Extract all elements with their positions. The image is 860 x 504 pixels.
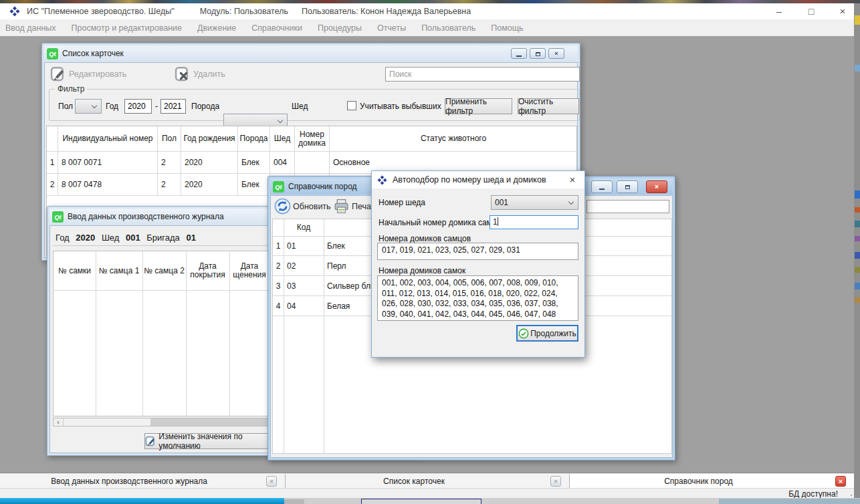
statusbar: БД доступна! — [0, 488, 854, 498]
menu-help[interactable]: Помощь — [486, 23, 528, 33]
female-houses-box[interactable]: 001, 002, 003, 004, 005, 006, 007, 008, … — [377, 275, 578, 321]
tab-close-icon[interactable]: × — [550, 476, 561, 487]
menubar: Ввод данных Просмотр и редактирование Дв… — [0, 19, 854, 36]
journal-brigade-label: Бригада — [146, 233, 180, 243]
card-list-minimize-button[interactable] — [511, 48, 527, 59]
start-house-input[interactable]: 1 — [490, 215, 578, 229]
scrollbar-thumb[interactable] — [64, 418, 150, 426]
male-houses-label: Номера домиков самцов — [379, 234, 471, 243]
menu-data-entry[interactable]: Ввод данных — [0, 23, 62, 33]
col-header-status[interactable]: Статус животного — [330, 126, 577, 151]
qt-icon: Qt — [47, 48, 58, 59]
card-list-title: Список карточек — [62, 49, 124, 58]
filter-groupbox: Фильтр Пол Год - Порода Шед Учитывать вы… — [49, 89, 580, 121]
chevron-down-icon — [92, 103, 97, 108]
col-header-breed[interactable]: Порода — [238, 126, 270, 151]
col-header-male2[interactable]: № самца 2 — [142, 251, 186, 290]
refresh-button[interactable]: Обновить — [293, 202, 331, 211]
printer-icon — [333, 198, 350, 215]
menu-directories[interactable]: Справочники — [246, 23, 308, 33]
clear-filter-button[interactable]: Очистить фильтр — [518, 98, 579, 114]
app-close-button[interactable]: × — [833, 3, 853, 19]
breeds-close-button[interactable]: × — [646, 180, 667, 193]
filter-legend: Фильтр — [55, 84, 87, 94]
male-houses-box[interactable]: 017, 019, 021, 023, 025, 027, 029, 031 — [377, 243, 578, 260]
db-status-text: БД доступна! — [788, 489, 838, 499]
card-list-restore-button[interactable] — [530, 48, 546, 59]
sex-combo[interactable] — [75, 99, 102, 114]
dialog-body: Номер шеда 001 Начальный номер домика са… — [372, 188, 584, 357]
journal-year-label: Год — [56, 233, 70, 243]
year-from-input[interactable] — [124, 99, 152, 114]
journal-shed-label: Шед — [102, 233, 119, 243]
col-header-male1[interactable]: № самца 1 — [96, 251, 142, 290]
resize-grip[interactable] — [851, 495, 852, 496]
menu-movement[interactable]: Движение — [192, 23, 241, 33]
app-module-label: Модуль: Пользователь — [200, 7, 288, 16]
app-titlebar: ИС "Племенное звероводство. Шеды" Модуль… — [0, 3, 854, 19]
sex-label: Пол — [58, 102, 73, 111]
delete-button[interactable]: Удалить — [193, 70, 225, 79]
refresh-icon — [274, 198, 291, 215]
desktop-edge-right — [854, 3, 860, 498]
qt-icon: Qt — [273, 181, 284, 193]
journal-shed-value: 001 — [126, 233, 140, 243]
chevron-down-icon — [568, 199, 574, 205]
journal-title: Ввод данных производственного журнала — [68, 212, 224, 221]
dialog-close-button[interactable]: × — [566, 172, 579, 187]
app-logo-icon — [9, 6, 20, 17]
continue-button[interactable]: Продолжить — [516, 325, 578, 342]
col-header-code[interactable]: Код — [284, 219, 324, 236]
app-minimize-button[interactable]: – — [769, 3, 789, 19]
col-header-cover-date[interactable]: Дата покрытия — [186, 251, 229, 290]
tab-close-icon[interactable]: × — [266, 476, 277, 487]
apply-filter-button[interactable]: Применить фильтр — [445, 98, 512, 114]
chevron-down-icon — [278, 118, 283, 123]
app-maximize-button[interactable]: □ — [801, 3, 821, 19]
tab-breeds[interactable]: Справочник пород × — [570, 474, 854, 489]
scroll-left-icon[interactable]: ‹ — [53, 418, 63, 426]
col-header-birth-year[interactable]: Год рождения — [181, 126, 238, 151]
year-dash: - — [155, 102, 158, 111]
journal-info-row: Год 2020 Шед 001 Бригада 01 — [56, 233, 196, 243]
col-header-whelp-date[interactable]: Дата щенения — [229, 251, 270, 290]
include-retired-checkbox[interactable] — [347, 101, 356, 110]
col-header-female[interactable]: № самки — [53, 251, 96, 290]
year-to-input[interactable] — [160, 99, 186, 114]
col-header-id[interactable]: Индивидуальный номер — [58, 126, 158, 151]
shed-number-combo[interactable]: 001 — [491, 195, 578, 210]
edit-button[interactable]: Редактировать — [69, 70, 126, 79]
card-list-close-button[interactable]: × — [548, 48, 564, 59]
taskbar-fragment — [0, 498, 284, 504]
menu-procedures[interactable]: Процедуры — [312, 23, 367, 33]
col-header-shed[interactable]: Шед — [270, 126, 295, 151]
start-house-label: Начальный номер домика самок — [379, 218, 500, 227]
breeds-search-input[interactable] — [586, 200, 669, 213]
dialog-title: Автоподбор по номеру шеда и домиков — [393, 175, 546, 184]
table-header-row: Индивидуальный номер Пол Год рождения По… — [47, 126, 576, 152]
tab-card-list[interactable]: Список карточек × — [286, 474, 570, 489]
dialog-titlebar[interactable]: Автоподбор по номеру шеда и домиков × — [372, 171, 584, 188]
card-list-search-input[interactable] — [385, 67, 580, 82]
check-circle-icon — [518, 328, 529, 339]
breeds-minimize-button[interactable] — [591, 180, 613, 193]
include-retired-label: Учитывать выбывших — [360, 102, 441, 111]
menu-reports[interactable]: Отчеты — [372, 23, 411, 33]
shed-number-label: Номер шеда — [379, 198, 425, 207]
tab-close-icon[interactable]: × — [835, 476, 846, 487]
col-header-sex[interactable]: Пол — [158, 126, 181, 151]
menu-view-edit[interactable]: Просмотр и редактирование — [66, 23, 187, 33]
app-logo-icon — [377, 175, 387, 185]
card-list-titlebar[interactable]: Qt Список карточек × — [44, 45, 578, 61]
edit-icon — [50, 66, 67, 82]
autopick-dialog: Автоподбор по номеру шеда и домиков × Но… — [371, 170, 585, 358]
breeds-restore-button[interactable] — [617, 180, 638, 193]
qt-icon: Qt — [52, 211, 64, 223]
change-defaults-button[interactable]: Изменить значения по умолчанию — [144, 433, 282, 449]
text-caret — [498, 217, 498, 226]
breeds-title: Справочник пород — [288, 182, 357, 191]
menu-user[interactable]: Пользователь — [416, 23, 481, 33]
col-header-house[interactable]: Номер домика — [295, 126, 330, 151]
journal-year-value: 2020 — [76, 233, 95, 243]
tab-journal[interactable]: Ввод данных производственного журнала × — [0, 474, 286, 489]
